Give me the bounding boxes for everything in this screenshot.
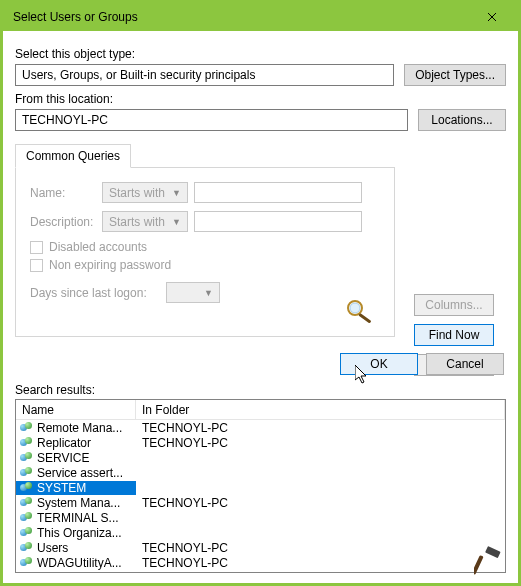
group-icon bbox=[20, 542, 34, 554]
svg-point-1 bbox=[350, 303, 360, 313]
magnify-icon bbox=[346, 299, 376, 326]
group-icon bbox=[20, 512, 34, 524]
description-label: Description: bbox=[30, 215, 96, 229]
locations-button[interactable]: Locations... bbox=[418, 109, 506, 131]
table-row[interactable]: SYSTEM bbox=[16, 480, 505, 495]
close-icon bbox=[487, 12, 497, 22]
group-icon bbox=[20, 497, 34, 509]
search-results-label: Search results: bbox=[15, 383, 506, 397]
description-mode-select: Starts with ▼ bbox=[102, 211, 188, 232]
chevron-down-icon: ▼ bbox=[172, 217, 181, 227]
group-icon bbox=[20, 482, 34, 494]
table-row[interactable]: UsersTECHNOYL-PC bbox=[16, 540, 505, 555]
location-field[interactable] bbox=[15, 109, 408, 131]
find-now-button[interactable]: Find Now bbox=[414, 324, 494, 346]
column-header-name[interactable]: Name bbox=[16, 400, 136, 419]
tab-common-queries[interactable]: Common Queries bbox=[15, 144, 131, 168]
days-select: ▼ bbox=[166, 282, 220, 303]
table-row[interactable]: Service assert... bbox=[16, 465, 505, 480]
chevron-down-icon: ▼ bbox=[204, 288, 213, 298]
window-title: Select Users or Groups bbox=[13, 10, 138, 24]
checkbox-icon bbox=[30, 241, 43, 254]
name-input bbox=[194, 182, 362, 203]
group-icon bbox=[20, 527, 34, 539]
table-row[interactable]: WDAGUtilityA...TECHNOYL-PC bbox=[16, 555, 505, 570]
disabled-accounts-checkbox: Disabled accounts bbox=[30, 240, 380, 254]
name-mode-select: Starts with ▼ bbox=[102, 182, 188, 203]
checkbox-icon bbox=[30, 259, 43, 272]
description-input bbox=[194, 211, 362, 232]
non-expiring-checkbox: Non expiring password bbox=[30, 258, 380, 272]
chevron-down-icon: ▼ bbox=[172, 188, 181, 198]
group-icon bbox=[20, 452, 34, 464]
table-row[interactable]: Remote Mana...TECHNOYL-PC bbox=[16, 420, 505, 435]
location-label: From this location: bbox=[15, 92, 506, 106]
group-icon bbox=[20, 437, 34, 449]
columns-button: Columns... bbox=[414, 294, 494, 316]
table-row[interactable]: SERVICE bbox=[16, 450, 505, 465]
cancel-button[interactable]: Cancel bbox=[426, 353, 504, 375]
group-icon bbox=[20, 557, 34, 569]
table-row[interactable]: TERMINAL S... bbox=[16, 510, 505, 525]
group-icon bbox=[20, 467, 34, 479]
table-row[interactable]: System Mana...TECHNOYL-PC bbox=[16, 495, 505, 510]
svg-rect-2 bbox=[358, 313, 371, 323]
object-types-button[interactable]: Object Types... bbox=[404, 64, 506, 86]
object-type-label: Select this object type: bbox=[15, 47, 506, 61]
object-type-field[interactable] bbox=[15, 64, 394, 86]
group-icon bbox=[20, 422, 34, 434]
days-since-logon-label: Days since last logon: bbox=[30, 286, 160, 300]
column-header-folder[interactable]: In Folder bbox=[136, 400, 505, 419]
table-row[interactable]: This Organiza... bbox=[16, 525, 505, 540]
results-listview[interactable]: Name In Folder Remote Mana...TECHNOYL-PC… bbox=[15, 399, 506, 573]
table-row[interactable]: ReplicatorTECHNOYL-PC bbox=[16, 435, 505, 450]
ok-button[interactable]: OK bbox=[340, 353, 418, 375]
name-label: Name: bbox=[30, 186, 96, 200]
close-button[interactable] bbox=[472, 5, 512, 29]
